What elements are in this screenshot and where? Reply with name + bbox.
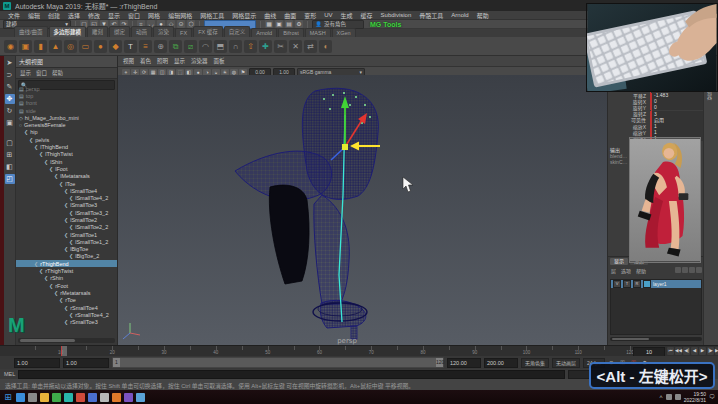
- snap-icon[interactable]: ⊙: [177, 20, 185, 28]
- layout-icon[interactable]: ⊞: [5, 150, 15, 160]
- shelf-tab[interactable]: 自定义: [224, 26, 251, 37]
- outliner-menu-item[interactable]: 帮助: [52, 69, 63, 77]
- range-slider[interactable]: 1 120: [112, 357, 444, 368]
- tool-icon[interactable]: ➤: [5, 58, 15, 68]
- tree-row[interactable]: ▤ persp: [16, 85, 117, 92]
- shelf-icon[interactable]: ✚: [259, 40, 272, 53]
- shelf-icon[interactable]: ◎: [64, 40, 77, 53]
- tree-row[interactable]: ❮ lSmallToe1: [16, 231, 117, 238]
- tree-row[interactable]: ◇ hi_Mage_Jumbo_mini: [16, 114, 117, 121]
- layer-color-chip[interactable]: [643, 280, 651, 288]
- render-icon[interactable]: ⚙: [295, 20, 303, 28]
- tree-row[interactable]: ❮ lShin: [16, 158, 117, 165]
- shelf-icon[interactable]: ≡: [139, 40, 152, 53]
- channel-value[interactable]: -1.483: [650, 92, 704, 98]
- viewport-canvas[interactable]: persp: [118, 75, 607, 345]
- layer-editor-tab[interactable]: 显示: [610, 258, 628, 265]
- shelf-icon[interactable]: ⇄: [304, 40, 317, 53]
- render-icon[interactable]: ▤: [285, 20, 293, 28]
- layer-menu-item[interactable]: 选项: [621, 267, 631, 274]
- shelf-icon[interactable]: ✂: [274, 40, 287, 53]
- shelf-tab[interactable]: 曲线/曲面: [14, 26, 48, 37]
- tree-row[interactable]: ❮ rSmallToe4: [16, 304, 117, 311]
- tool-icon[interactable]: ⊃: [5, 70, 15, 80]
- menu-item[interactable]: 编辑网格: [164, 11, 196, 20]
- layer1[interactable]: V T R layer1: [611, 280, 701, 288]
- new-layer-selected-icon[interactable]: [689, 267, 695, 273]
- range-min-handle[interactable]: 1: [113, 358, 120, 367]
- layout-icon[interactable]: ◰: [5, 174, 15, 184]
- volume-icon[interactable]: [675, 394, 681, 400]
- shelf-tab[interactable]: FX: [175, 28, 192, 37]
- shelf-tab[interactable]: 雕刻: [87, 26, 108, 37]
- character-set-selector[interactable]: 无角色集: [521, 358, 549, 368]
- shelf-tab[interactable]: 动画: [131, 26, 152, 37]
- shelf-icon[interactable]: ⇧: [244, 40, 257, 53]
- tree-row[interactable]: ❮ pelvis: [16, 136, 117, 143]
- tree-row[interactable]: ❮ lSmallToe4_2: [16, 194, 117, 201]
- menu-item[interactable]: 显示: [104, 11, 124, 20]
- tree-row[interactable]: ❮ rShin: [16, 275, 117, 282]
- shelf-icon[interactable]: ✕: [289, 40, 302, 53]
- shelf-tab[interactable]: Arnold: [251, 28, 277, 37]
- start-button[interactable]: ⊞: [3, 392, 13, 402]
- tool-icon[interactable]: ✥: [5, 94, 15, 104]
- outliner-scrollbar[interactable]: [18, 338, 115, 343]
- tree-row[interactable]: ❮ hip: [16, 129, 117, 136]
- tree-row[interactable]: ❮ rMetatarsals: [16, 289, 117, 296]
- network-icon[interactable]: [666, 394, 672, 400]
- menu-item[interactable]: 文件: [4, 11, 24, 20]
- taskbar-clock[interactable]: 19:50 2022/8/31: [684, 391, 706, 403]
- menu-item[interactable]: 网格工具: [196, 11, 228, 20]
- animation-end-field[interactable]: 200.00: [484, 358, 518, 368]
- animation-start-field[interactable]: 1.00: [14, 358, 60, 368]
- shelf-icon[interactable]: ●: [94, 40, 107, 53]
- layer-visible-toggle[interactable]: V: [613, 280, 621, 288]
- tree-row[interactable]: ❮ lThighTwist: [16, 151, 117, 158]
- tree-row[interactable]: ❮ lSmallToe2_2: [16, 224, 117, 231]
- menu-item[interactable]: 窗口: [124, 11, 144, 20]
- go-to-start-button[interactable]: ⏮: [667, 347, 674, 355]
- shelf-icon[interactable]: ⬒: [214, 40, 227, 53]
- taskbar-app-icon[interactable]: [52, 393, 61, 402]
- outliner-menu-item[interactable]: 显示: [20, 69, 31, 77]
- taskbar-app-icon[interactable]: [88, 393, 97, 402]
- playback-end-field[interactable]: 120.00: [447, 358, 481, 368]
- playback-start-field[interactable]: 1.00: [63, 358, 109, 368]
- taskbar-app-icon[interactable]: [112, 393, 121, 402]
- tool-icon[interactable]: ✎: [5, 82, 15, 92]
- outliner-menu-item[interactable]: 窗口: [36, 69, 47, 77]
- panel-menu-item[interactable]: 显示: [174, 57, 185, 65]
- menu-item[interactable]: 曲面: [280, 11, 300, 20]
- menu-item[interactable]: Subdivision: [377, 12, 416, 18]
- taskbar-app-icon[interactable]: [16, 393, 25, 402]
- play-backwards-button[interactable]: ◀: [691, 347, 698, 355]
- tree-row[interactable]: ❮ lSmallToe1_2: [16, 238, 117, 245]
- shelf-tab[interactable]: 多边形建模: [49, 26, 87, 37]
- shelf-icon[interactable]: ◉: [4, 40, 17, 53]
- tree-row[interactable]: ❮ lMetatarsals: [16, 173, 117, 180]
- shelf-icon[interactable]: T: [124, 40, 137, 53]
- panel-menu-item[interactable]: 视图: [123, 57, 134, 65]
- shelf-tab[interactable]: 绑定: [109, 26, 130, 37]
- step-back-key-button[interactable]: ◀◀: [675, 347, 682, 355]
- step-forward-frame-button[interactable]: |▶: [707, 347, 714, 355]
- menu-item[interactable]: 选择: [64, 11, 84, 20]
- menu-item[interactable]: 骨骼工具: [415, 11, 447, 20]
- tree-row[interactable]: ❮ rSmallToe4_2: [16, 311, 117, 318]
- shelf-icon[interactable]: ⧄: [184, 40, 197, 53]
- layer-playback-toggle[interactable]: T: [623, 280, 631, 288]
- layer-menu-item[interactable]: 帮助: [636, 267, 646, 274]
- shelf-icon[interactable]: ◖: [319, 40, 332, 53]
- tree-row[interactable]: ❮ lBigToe_2: [16, 253, 117, 260]
- notification-icon[interactable]: 🗨: [709, 394, 715, 400]
- tree-row[interactable]: ○ Genesis8Female: [16, 121, 117, 128]
- tree-row[interactable]: ❮ rSmallToe3: [16, 319, 117, 326]
- shelf-icon[interactable]: ◠: [199, 40, 212, 53]
- layer-menu-item[interactable]: 层: [611, 267, 616, 274]
- channel-value[interactable]: 0: [650, 104, 704, 110]
- command-input[interactable]: [18, 370, 565, 379]
- tree-row[interactable]: ❮ rThighBend: [16, 260, 117, 267]
- perspective-viewport[interactable]: 视图着色照明显示渲染器面板 ⌖✛⟳▦◫◨⬚◧●◑◒☀◍⚑ 0.00 1.00 s…: [118, 56, 607, 345]
- menu-item[interactable]: 生成: [337, 11, 357, 20]
